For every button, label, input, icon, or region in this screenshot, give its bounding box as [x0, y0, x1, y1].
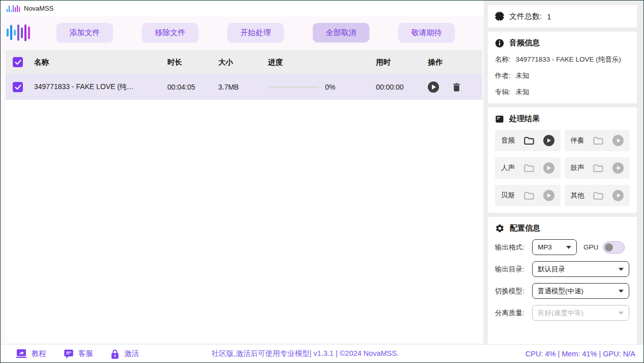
output-dir-value: 默认目录 [538, 265, 565, 274]
result-label: 贝斯 [501, 191, 515, 200]
result-label: 人声 [501, 163, 515, 173]
play-icon [617, 193, 621, 198]
model-select[interactable]: 普通模型(中速) [532, 283, 629, 299]
chevron-down-icon [619, 290, 624, 293]
model-label: 切换模型: [495, 287, 532, 296]
row-size: 3.7MB [212, 83, 262, 91]
play-icon [547, 138, 551, 143]
audio-artist-label: 作者: [495, 71, 511, 80]
row-elapsed: 00:00:00 [369, 83, 424, 91]
chevron-down-icon [566, 246, 571, 249]
output-format-value: MP3 [538, 243, 552, 251]
info-icon [495, 39, 504, 48]
play-icon [547, 193, 551, 198]
tutorial-label: 教程 [32, 349, 46, 358]
result-label: 鼓声 [571, 163, 584, 173]
coming-soon-button[interactable]: 敬请期待 [398, 23, 455, 42]
waveform-logo-icon [7, 22, 30, 43]
config-card: 配置信息 输出格式: MP3 GPU 输出目录: 默认目录 切换模型: [488, 217, 637, 358]
audio-info-card: 音频信息 名称: 349771833 - FAKE LOVE (纯音乐) 作者:… [488, 32, 637, 103]
row-delete-button[interactable] [452, 82, 461, 92]
table-row[interactable]: 349771833 - FAKE LOVE (纯… 00:04:05 3.7MB… [6, 74, 482, 100]
results-grid: 音频 伴奏 人声 鼓声 [495, 130, 630, 206]
result-label: 音频 [501, 136, 515, 145]
play-result-button [612, 162, 624, 174]
play-result-button [612, 190, 624, 201]
support-link[interactable]: 客服 [64, 349, 93, 359]
result-tile-drums: 鼓声 [565, 157, 630, 179]
result-tile-other: 其他 [565, 185, 630, 206]
open-folder-button [523, 191, 535, 201]
result-tile-audio: 音频 [495, 130, 561, 151]
select-all-checkbox[interactable] [13, 57, 23, 67]
app-logo-icon [7, 5, 20, 12]
toolbar: 添加文件 移除文件 开始处理 全部取消 敬请期待 [1, 16, 484, 49]
model-row: 切换模型: 普通模型(中速) [495, 283, 630, 299]
open-folder-button [593, 136, 604, 146]
header-duration: 时长 [161, 58, 212, 67]
support-label: 客服 [78, 349, 93, 358]
audio-name-field: 名称: 349771833 - FAKE LOVE (纯音乐) [495, 55, 630, 64]
audio-info-title: 音频信息 [509, 38, 540, 48]
play-result-button [612, 135, 624, 146]
audio-name-value: 349771833 - FAKE LOVE (纯音乐) [516, 55, 621, 64]
output-dir-label: 输出目录: [495, 265, 532, 274]
trash-icon [452, 82, 461, 92]
open-folder-button [593, 191, 604, 201]
pie-chart-icon [495, 12, 504, 21]
play-result-button [543, 162, 554, 174]
play-result-button[interactable] [543, 135, 554, 146]
quality-label: 分离质量: [495, 309, 532, 318]
add-files-button[interactable]: 添加文件 [56, 23, 113, 42]
row-checkbox[interactable] [13, 82, 23, 92]
output-format-label: 输出格式: [495, 243, 532, 252]
header-name: 名称 [34, 58, 161, 67]
version-info: 社区版,激活后可使用专业模型| v1.3.1 | ©2024 NovaMSS. [212, 349, 399, 358]
row-play-button[interactable] [428, 81, 439, 93]
chat-icon [64, 349, 74, 359]
header-elapsed: 用时 [369, 58, 424, 67]
config-title: 配置信息 [510, 224, 540, 233]
progress-bar [268, 86, 319, 88]
audio-album-value: 未知 [516, 88, 530, 97]
results-title: 处理结果 [509, 114, 540, 124]
total-files-card: 文件总数: 1 [488, 5, 637, 27]
tutorial-icon [16, 349, 27, 358]
total-files-value: 1 [547, 12, 551, 21]
results-card: 处理结果 音频 伴奏 人声 鼓声 [488, 107, 637, 213]
open-folder-button[interactable] [523, 136, 535, 146]
window-title: NovaMSS [24, 5, 54, 12]
remove-files-button[interactable]: 移除文件 [142, 23, 198, 42]
quality-value: 良好(速度中等) [538, 309, 583, 318]
play-icon [617, 138, 621, 143]
cancel-all-button[interactable]: 全部取消 [313, 23, 369, 42]
header-size: 大小 [212, 58, 262, 67]
gpu-toggle[interactable] [603, 241, 625, 254]
row-duration: 00:04:05 [161, 83, 212, 91]
play-result-button [543, 190, 554, 201]
audio-artist-value: 未知 [516, 71, 530, 80]
model-value: 普通模型(中速) [538, 287, 583, 296]
audio-name-label: 名称: [495, 55, 511, 64]
novamss-window: NovaMSS 添加文件 移除文件 开始处理 全部取消 敬请期待 [0, 0, 644, 363]
start-processing-button[interactable]: 开始处理 [227, 23, 284, 42]
result-label: 伴奏 [571, 136, 584, 145]
quality-row: 分离质量: 良好(速度中等) [495, 305, 630, 321]
audio-album-label: 专辑: [495, 88, 511, 97]
row-file-name: 349771833 - FAKE LOVE (纯… [34, 82, 161, 92]
result-label: 其他 [571, 191, 584, 200]
output-dir-select[interactable]: 默认目录 [532, 261, 629, 277]
play-icon [617, 166, 621, 170]
progress-percent: 0% [325, 83, 335, 91]
results-card-icon [495, 115, 504, 124]
toggle-knob [605, 243, 613, 252]
output-format-select[interactable]: MP3 [532, 239, 577, 255]
checkmark-icon [15, 60, 21, 65]
open-folder-button [523, 163, 535, 173]
quality-select: 良好(速度中等) [532, 305, 629, 321]
tutorial-link[interactable]: 教程 [16, 349, 46, 358]
play-icon [547, 166, 551, 170]
activate-link[interactable]: 激活 [110, 349, 139, 359]
result-tile-bass: 贝斯 [495, 185, 561, 206]
output-format-row: 输出格式: MP3 GPU [495, 239, 630, 255]
